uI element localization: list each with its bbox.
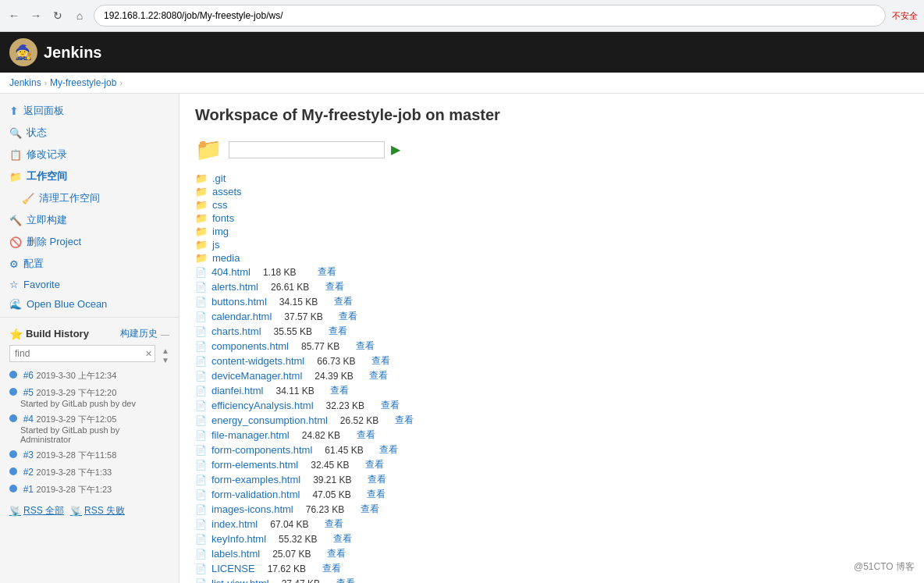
file-item-labels: 📄 labels.html 25.07 KB 查看 xyxy=(195,546,908,561)
sidebar-item-build-now[interactable]: 🔨 立即构建 xyxy=(0,209,179,231)
file-link-components[interactable]: components.html xyxy=(211,340,289,352)
file-go-button[interactable]: ▶ xyxy=(391,142,400,157)
file-link-charts[interactable]: charts.html xyxy=(211,325,261,337)
folder-link-js[interactable]: js xyxy=(212,239,219,251)
build-link-5[interactable]: #5 xyxy=(23,387,34,398)
file-link-keyinfo[interactable]: keyInfo.html xyxy=(211,533,266,545)
file-icon-form-examples: 📄 xyxy=(195,475,207,485)
breadcrumb-jenkins[interactable]: Jenkins xyxy=(9,77,41,88)
file-link-form-examples[interactable]: form-examples.html xyxy=(211,474,300,485)
file-link-buttons[interactable]: buttons.html xyxy=(211,296,267,307)
file-view-list-view[interactable]: 查看 xyxy=(336,577,355,583)
file-view-alerts[interactable]: 查看 xyxy=(325,280,344,293)
build-link-3[interactable]: #3 xyxy=(23,450,34,460)
folder-link-media[interactable]: media xyxy=(212,252,240,264)
build-link-2[interactable]: #2 xyxy=(23,467,34,478)
sidebar-item-changelog[interactable]: 📋 修改记录 xyxy=(0,144,179,165)
file-view-form-examples[interactable]: 查看 xyxy=(368,473,386,486)
file-icon-license: 📄 xyxy=(195,563,207,574)
sidebar-item-favorite[interactable]: ☆ Favorite xyxy=(0,275,179,294)
folder-link-fonts[interactable]: fonts xyxy=(212,212,234,224)
folder-link-git[interactable]: .git xyxy=(212,172,226,184)
file-link-efficiency[interactable]: efficiencyAnalysis.html xyxy=(211,400,314,411)
file-icon-form-elements: 📄 xyxy=(195,460,207,471)
file-path-input[interactable] xyxy=(229,141,385,158)
file-view-404[interactable]: 查看 xyxy=(318,265,336,279)
build-nav-up[interactable]: ▲ xyxy=(162,347,169,355)
workspace-icon: 📁 xyxy=(9,171,22,183)
folder-link-assets[interactable]: assets xyxy=(212,186,242,197)
file-link-device-manager[interactable]: deviceManager.html xyxy=(211,370,302,382)
build-search-input[interactable] xyxy=(9,345,155,362)
back-button[interactable]: ← xyxy=(6,8,22,23)
sidebar-item-open-blue-ocean[interactable]: 🌊 Open Blue Ocean xyxy=(0,294,179,314)
file-view-components[interactable]: 查看 xyxy=(356,339,375,353)
refresh-button[interactable]: ↻ xyxy=(50,8,66,23)
file-link-labels[interactable]: labels.html xyxy=(211,548,260,560)
file-link-license[interactable]: LICENSE xyxy=(211,563,255,574)
file-icon-404: 📄 xyxy=(195,267,207,278)
build-link-4[interactable]: #4 xyxy=(23,414,34,425)
file-view-form-validation[interactable]: 查看 xyxy=(367,488,386,501)
file-link-calendar[interactable]: calendar.html xyxy=(211,311,272,322)
sidebar-item-status[interactable]: 🔍 状态 xyxy=(0,122,179,144)
folder-icon-js: 📁 xyxy=(195,239,208,251)
file-view-content-widgets[interactable]: 查看 xyxy=(371,354,390,368)
file-link-index[interactable]: index.html xyxy=(211,518,258,530)
build-link-1[interactable]: #1 xyxy=(23,484,34,495)
file-link-form-elements[interactable]: form-elements.html xyxy=(211,459,298,471)
build-nav-down[interactable]: ▼ xyxy=(162,357,169,364)
file-link-alerts[interactable]: alerts.html xyxy=(211,281,258,293)
file-view-index[interactable]: 查看 xyxy=(325,517,343,531)
file-view-keyinfo[interactable]: 查看 xyxy=(333,532,352,546)
file-link-content-widgets[interactable]: content-widgets.html xyxy=(211,355,304,367)
file-view-dianfei[interactable]: 查看 xyxy=(330,384,349,397)
file-view-calendar[interactable]: 查看 xyxy=(339,310,357,323)
page-title: Workspace of My-freestyle-job on master xyxy=(195,106,908,124)
sidebar-label-status: 状态 xyxy=(27,126,47,140)
file-link-form-components[interactable]: form-components.html xyxy=(211,444,312,456)
file-view-charts[interactable]: 查看 xyxy=(329,325,347,338)
search-clear-button[interactable]: ✕ xyxy=(145,349,152,359)
file-link-list-view[interactable]: list-view.html xyxy=(211,578,269,583)
file-link-file-manager[interactable]: file-manager.html xyxy=(211,429,290,441)
build-history-link[interactable]: 构建历史 xyxy=(120,327,158,340)
file-view-buttons[interactable]: 查看 xyxy=(334,295,353,308)
file-view-form-components[interactable]: 查看 xyxy=(379,443,398,457)
forward-button[interactable]: → xyxy=(28,8,44,23)
file-view-images-icons[interactable]: 查看 xyxy=(361,503,379,516)
file-link-form-validation[interactable]: form-validation.html xyxy=(211,489,300,500)
breadcrumb-job[interactable]: My-freestyle-job xyxy=(50,77,116,88)
folder-item-fonts: 📁 fonts xyxy=(195,212,908,225)
rss-fail-link[interactable]: 📡 RSS 失败 xyxy=(70,504,125,517)
folder-item-git: 📁 .git xyxy=(195,172,908,185)
build-link-6[interactable]: #6 xyxy=(23,370,34,381)
file-view-file-manager[interactable]: 查看 xyxy=(357,428,375,442)
folder-link-img[interactable]: img xyxy=(212,226,229,237)
sidebar-item-workspace[interactable]: 📁 工作空间 xyxy=(0,165,179,187)
jenkins-header: 🧙 Jenkins xyxy=(0,32,924,73)
file-view-license[interactable]: 查看 xyxy=(322,562,341,575)
address-bar[interactable] xyxy=(94,5,886,27)
build-history-title: ⭐ Build History xyxy=(9,328,89,340)
rss-all-link[interactable]: 📡 RSS 全部 xyxy=(9,504,64,517)
sidebar-item-delete-project[interactable]: 🚫 删除 Project xyxy=(0,231,179,253)
file-link-images-icons[interactable]: images-icons.html xyxy=(211,503,293,515)
file-view-labels[interactable]: 查看 xyxy=(327,547,346,560)
file-link-dianfei[interactable]: dianfei.html xyxy=(211,385,263,396)
folder-item-js: 📁 js xyxy=(195,238,908,251)
file-view-device-manager[interactable]: 查看 xyxy=(369,369,388,382)
sidebar-item-config[interactable]: ⚙ 配置 xyxy=(0,253,179,275)
sidebar-item-return-panel[interactable]: ⬆ 返回面板 xyxy=(0,100,179,122)
file-icon-file-manager: 📄 xyxy=(195,430,207,441)
file-view-efficiency[interactable]: 查看 xyxy=(381,399,400,412)
sidebar-item-clean-workspace[interactable]: 🧹 清理工作空间 xyxy=(0,187,179,209)
sidebar-label-return: 返回面板 xyxy=(23,104,64,118)
file-link-energy[interactable]: energy_consumption.html xyxy=(211,414,328,426)
file-size-calendar: 37.57 KB xyxy=(284,311,339,322)
folder-link-css[interactable]: css xyxy=(212,199,228,211)
file-view-form-elements[interactable]: 查看 xyxy=(365,458,384,471)
home-button[interactable]: ⌂ xyxy=(72,8,87,23)
file-link-404[interactable]: 404.html xyxy=(211,266,251,278)
file-view-energy[interactable]: 查看 xyxy=(395,414,414,427)
